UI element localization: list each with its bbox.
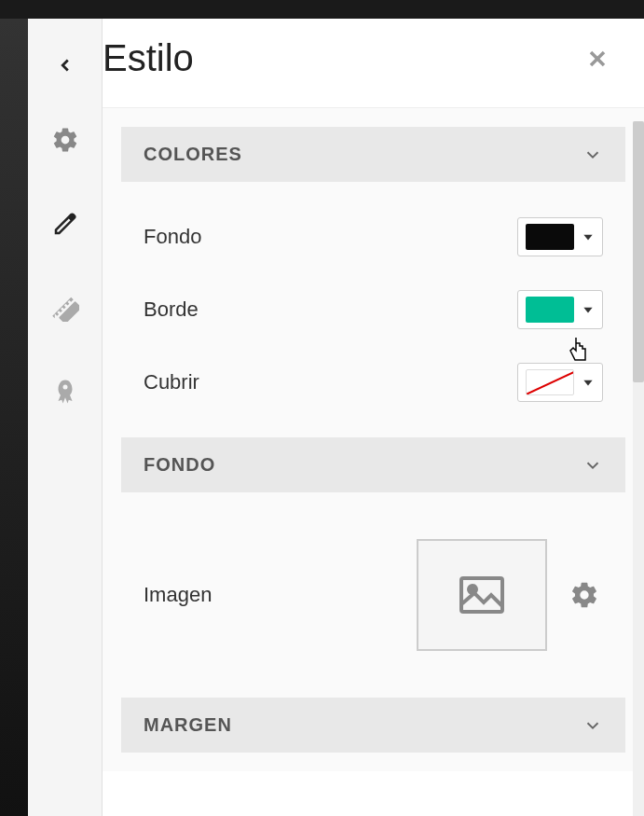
chevron-down-icon bbox=[582, 145, 603, 165]
chevron-down-icon bbox=[582, 715, 603, 736]
close-icon bbox=[584, 46, 610, 72]
gear-icon bbox=[569, 580, 599, 610]
panel-header: Estilo bbox=[103, 19, 644, 108]
chevron-down-icon bbox=[582, 455, 603, 476]
image-picker[interactable] bbox=[417, 539, 547, 651]
dropdown-arrow-icon bbox=[582, 376, 595, 389]
color-picker-cubrir[interactable] bbox=[517, 363, 603, 402]
close-button[interactable] bbox=[579, 40, 616, 77]
image-icon bbox=[459, 576, 505, 614]
svg-marker-3 bbox=[583, 235, 592, 241]
swatch-fondo bbox=[526, 224, 574, 250]
scrollbar-thumb[interactable] bbox=[633, 121, 644, 382]
chevron-left-icon bbox=[55, 55, 75, 76]
image-settings-button[interactable] bbox=[566, 580, 603, 610]
brush-icon bbox=[51, 210, 79, 238]
row-borde: Borde bbox=[121, 273, 625, 346]
swatch-cubrir bbox=[526, 369, 574, 395]
svg-rect-6 bbox=[461, 578, 502, 612]
scrollbar[interactable] bbox=[633, 121, 644, 816]
svg-marker-4 bbox=[583, 308, 592, 313]
label-fondo: Fondo bbox=[144, 225, 201, 249]
sidebar-measure[interactable] bbox=[47, 289, 84, 326]
sidebar-style[interactable] bbox=[47, 205, 84, 242]
row-cubrir: Cubrir bbox=[121, 346, 625, 419]
row-fondo: Fondo bbox=[121, 201, 625, 273]
section-fondo-title: FONDO bbox=[144, 454, 215, 476]
svg-marker-5 bbox=[583, 380, 592, 386]
sidebar-settings[interactable] bbox=[47, 121, 84, 159]
panel-title: Estilo bbox=[103, 37, 194, 79]
section-margen-title: MARGEN bbox=[144, 714, 232, 736]
section-margen-header[interactable]: MARGEN bbox=[121, 698, 625, 753]
svg-rect-0 bbox=[58, 301, 78, 322]
sidebar bbox=[28, 19, 103, 816]
row-imagen: Imagen bbox=[121, 511, 625, 679]
label-cubrir: Cubrir bbox=[144, 370, 199, 394]
main-panel: Estilo COLORES Fondo bbox=[103, 19, 644, 816]
color-picker-borde[interactable] bbox=[517, 290, 603, 329]
section-colores-title: COLORES bbox=[144, 144, 242, 165]
swatch-borde bbox=[526, 297, 574, 323]
back-button[interactable] bbox=[47, 47, 84, 84]
label-borde: Borde bbox=[144, 297, 199, 322]
rocket-icon bbox=[51, 378, 79, 406]
section-fondo-header[interactable]: FONDO bbox=[121, 437, 625, 492]
label-imagen: Imagen bbox=[144, 583, 212, 607]
ruler-icon bbox=[51, 294, 79, 322]
color-picker-fondo[interactable] bbox=[517, 217, 603, 256]
dropdown-arrow-icon bbox=[582, 303, 595, 316]
gear-icon bbox=[51, 126, 79, 154]
section-colores-body: Fondo Borde bbox=[121, 182, 625, 437]
section-colores-header[interactable]: COLORES bbox=[121, 127, 625, 182]
dropdown-arrow-icon bbox=[582, 230, 595, 243]
sidebar-launch[interactable] bbox=[47, 373, 84, 410]
section-fondo-body: Imagen bbox=[121, 492, 625, 698]
